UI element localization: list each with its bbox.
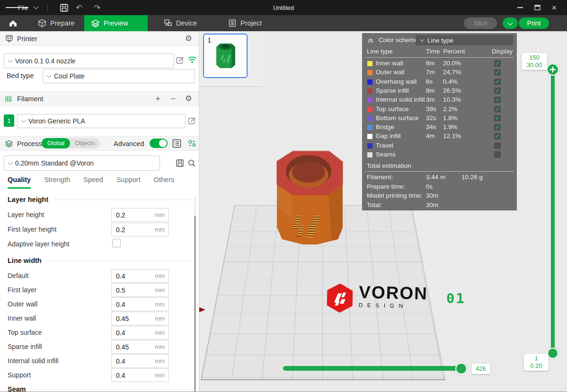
line-type-color-chip: [367, 143, 372, 148]
display-checkbox[interactable]: ✓: [494, 133, 501, 139]
line-width-row: Outer wallmm: [0, 297, 199, 312]
advanced-label: Advanced: [114, 140, 144, 148]
layer-slider-bottom-handle[interactable]: [547, 348, 558, 359]
bed-type-select[interactable]: Cool Plate: [43, 69, 195, 83]
home-button[interactable]: [2, 15, 24, 31]
display-checkbox[interactable]: ✓: [494, 142, 501, 149]
step-slider-handle[interactable]: [455, 363, 467, 375]
slice-button[interactable]: Slice: [464, 17, 497, 29]
display-checkbox[interactable]: ✓: [494, 115, 501, 122]
search-settings-icon[interactable]: [187, 159, 196, 167]
adaptive-layer-height-checkbox[interactable]: [112, 239, 121, 247]
line-width-label: First layer: [8, 286, 36, 294]
scope-global[interactable]: Global: [42, 138, 70, 148]
close-button[interactable]: ✕: [546, 0, 562, 15]
file-menu[interactable]: File: [18, 0, 28, 15]
filament-section-title: Filament: [17, 95, 44, 103]
sliced-model[interactable]: [263, 132, 357, 251]
undo-icon[interactable]: ↶: [76, 0, 82, 15]
line-width-label: Sparse infill: [8, 343, 42, 350]
line-type-color-chip: [367, 152, 372, 157]
tab-preview[interactable]: Preview: [84, 15, 148, 31]
filament-slot-badge[interactable]: 1: [4, 114, 14, 127]
process-tab-speed[interactable]: Speed: [83, 176, 103, 189]
tab-prepare[interactable]: Prepare: [31, 15, 81, 31]
line-type-time: 7m: [426, 69, 435, 76]
line-type-time: 6m: [426, 60, 435, 67]
line-width-input[interactable]: [112, 287, 150, 294]
layer-slider-top-handle[interactable]: [547, 63, 559, 76]
total-row: Prepare time:0s: [362, 183, 517, 192]
line-type-name: Bottom surface: [376, 114, 419, 122]
display-checkbox[interactable]: ✓: [494, 87, 501, 94]
wifi-connection-icon[interactable]: [187, 56, 197, 64]
parameter-list-icon[interactable]: [172, 139, 181, 148]
plate-thumbnail-model: [213, 40, 239, 71]
view-mode-select[interactable]: Line type: [416, 35, 513, 45]
display-checkbox[interactable]: ✓: [494, 151, 501, 158]
maximize-button[interactable]: [529, 0, 545, 15]
remove-filament-icon[interactable]: −: [170, 94, 176, 103]
unit-label: mm: [155, 273, 165, 279]
plate-number-text: 01: [446, 290, 466, 306]
layer-height-input[interactable]: [112, 211, 150, 219]
process-tab-support[interactable]: Support: [116, 176, 141, 189]
layer-slider-bottom-tooltip: 10.20: [524, 354, 549, 371]
redo-icon[interactable]: ↷: [94, 0, 100, 15]
save-preset-icon[interactable]: [176, 159, 184, 167]
process-tab-strength[interactable]: Strength: [44, 176, 70, 189]
tab-project[interactable]: Project: [221, 15, 268, 31]
legend-row: Overhang wall6s0.4%✓: [362, 78, 517, 87]
layer-slider-track[interactable]: [551, 70, 555, 353]
tab-device[interactable]: Device: [157, 15, 204, 31]
advanced-toggle[interactable]: [150, 139, 168, 148]
process-section-header: Process Global Objects Advanced: [0, 136, 199, 151]
edit-printer-icon[interactable]: [176, 56, 184, 64]
edit-filament-icon[interactable]: [188, 117, 196, 125]
printer-settings-gear-icon[interactable]: ⚙: [185, 35, 192, 43]
preview-3d-viewport[interactable]: VORON DESIGN 01: [199, 31, 567, 392]
minimize-button[interactable]: [512, 0, 528, 15]
display-checkbox[interactable]: ✓: [494, 69, 501, 76]
layer-height-input[interactable]: [112, 226, 150, 234]
print-button[interactable]: Print: [519, 17, 549, 29]
add-filament-icon[interactable]: +: [155, 94, 160, 103]
process-preset-select[interactable]: 0.20mm Standard @Voron: [4, 156, 160, 171]
process-scope-toggle[interactable]: Global Objects: [42, 138, 100, 148]
line-width-row: Defaultmm: [0, 269, 199, 283]
filament-spool-icon: [5, 95, 13, 103]
filament-settings-gear-icon[interactable]: ⚙: [185, 95, 192, 103]
collapse-panel-icon[interactable]: [367, 37, 374, 44]
line-type-color-chip: [367, 79, 372, 85]
line-width-inputbox: mm: [111, 340, 169, 354]
line-width-input[interactable]: [112, 329, 150, 337]
line-width-input[interactable]: [112, 372, 150, 379]
process-tab-others[interactable]: Others: [154, 176, 175, 189]
line-width-input[interactable]: [112, 357, 150, 365]
save-icon[interactable]: [60, 0, 69, 15]
print-dropdown-button[interactable]: [503, 17, 518, 29]
line-width-input[interactable]: [112, 343, 150, 351]
display-checkbox[interactable]: ✓: [494, 106, 501, 113]
settings-scrollbar-thumb[interactable]: [194, 216, 196, 392]
display-checkbox[interactable]: ✓: [494, 60, 501, 67]
line-width-input[interactable]: [112, 272, 150, 280]
line-width-input[interactable]: [112, 301, 150, 308]
process-tab-quality[interactable]: Quality: [8, 176, 31, 189]
line-width-input[interactable]: [112, 315, 150, 322]
step-slider-track[interactable]: [283, 366, 467, 371]
display-checkbox[interactable]: ✓: [494, 78, 501, 85]
filament-preset-select[interactable]: Voron Generic PLA: [17, 114, 186, 128]
compare-presets-icon[interactable]: [187, 139, 196, 148]
legend-row: Outer wall7m24.7%✓: [362, 68, 517, 77]
line-type-time: 8m: [426, 87, 435, 94]
scope-objects[interactable]: Objects: [70, 140, 99, 147]
file-menu-chevron-icon[interactable]: [34, 0, 38, 15]
plate-thumbnail-1[interactable]: 1: [203, 34, 248, 78]
printer-preset-select[interactable]: Voron 0.1 0.4 nozzle: [4, 53, 174, 68]
legend-row: Bridge34s1.9%✓: [362, 123, 517, 132]
line-type-color-chip: [367, 61, 372, 66]
display-checkbox[interactable]: ✓: [494, 124, 501, 131]
display-checkbox[interactable]: ✓: [494, 96, 501, 103]
plate-front-arrow-marker: [199, 306, 205, 313]
